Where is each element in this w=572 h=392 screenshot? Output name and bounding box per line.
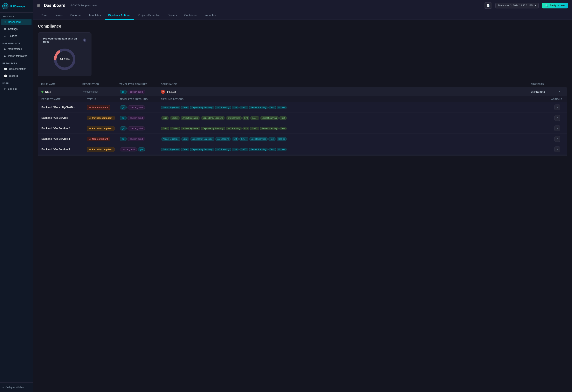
proj-col-templates: Templates matching bbox=[120, 98, 161, 100]
project-actions: ↗ bbox=[551, 125, 564, 131]
template-tag: go bbox=[138, 147, 145, 151]
tab-templates[interactable]: Templates bbox=[85, 11, 104, 20]
tab-risks[interactable]: Risks bbox=[37, 11, 51, 20]
project-name: Backend / Go Service bbox=[41, 117, 87, 119]
status-badge: ⚠ Non-compliant bbox=[87, 105, 110, 110]
project-status: ⚠ Partially compliant bbox=[87, 116, 120, 120]
proj-col-actions: Actions bbox=[551, 98, 564, 100]
action-tag: Build bbox=[181, 106, 189, 109]
tab-platforms[interactable]: Platforms bbox=[66, 11, 85, 20]
page-title: Dashboard bbox=[44, 3, 65, 8]
tab-issues[interactable]: Issues bbox=[51, 11, 66, 20]
action-tag: Docker bbox=[170, 116, 180, 120]
table-row: Backend / Go Service ⚠ Partially complia… bbox=[38, 113, 567, 123]
pipeline-actions: Build Docker Artifact Signature Dependen… bbox=[161, 116, 551, 120]
external-link-button[interactable]: ↗ bbox=[555, 125, 560, 131]
info-icon[interactable]: i bbox=[83, 38, 86, 42]
sidebar-item-discord[interactable]: 💬 Discord bbox=[1, 73, 32, 79]
action-tag: Dependency Scanning bbox=[201, 116, 225, 120]
rule-header-nis2[interactable]: NIS2 No description go docker_build ✕ 14… bbox=[38, 87, 567, 96]
external-link-button[interactable]: ↗ bbox=[555, 147, 560, 152]
action-tag: Test bbox=[279, 116, 287, 120]
tab-secrets[interactable]: Secrets bbox=[164, 11, 181, 20]
sidebar-item-documentation[interactable]: 📖 Documentation bbox=[1, 66, 32, 72]
projects-table-nis2: Project Name Status Templates matching P… bbox=[38, 96, 567, 156]
sidebar-policies-label: Policies bbox=[8, 35, 17, 37]
tab-variables[interactable]: Variables bbox=[201, 11, 219, 20]
tab-containers[interactable]: Containers bbox=[181, 11, 201, 20]
action-tag: Test bbox=[268, 137, 276, 141]
warning-icon: ⚠ bbox=[89, 127, 91, 130]
project-templates: go docker_build bbox=[120, 116, 161, 120]
dashboard-icon: ⊞ bbox=[4, 20, 6, 24]
marketplace-section-label: Marketplace bbox=[0, 40, 33, 45]
template-tag: docker_build bbox=[127, 137, 145, 141]
project-templates: go docker_build bbox=[120, 126, 161, 130]
status-badge: ⚠ Partially compliant bbox=[87, 147, 114, 152]
dashboard-header-icon: ▦ bbox=[37, 3, 41, 8]
policies-icon: 🛡 bbox=[4, 34, 7, 38]
tab-projects-protection[interactable]: Projects Protection bbox=[134, 11, 164, 20]
action-tag: Docker bbox=[277, 148, 287, 151]
sidebar-item-settings[interactable]: ⚙ Settings bbox=[1, 26, 32, 32]
col-projects: Projects bbox=[531, 83, 556, 85]
template-tag: docker_build bbox=[127, 105, 145, 109]
proj-col-status: Status bbox=[87, 98, 120, 100]
action-tag: Artifact Signature bbox=[181, 116, 200, 120]
warning-icon: ⚠ bbox=[89, 117, 91, 119]
action-tag: IaC Scanning bbox=[215, 106, 231, 109]
template-tag: docker_build bbox=[127, 116, 145, 120]
analyze-now-button[interactable]: 🔍 Analyze now bbox=[542, 3, 568, 8]
chevron-up-icon[interactable]: ∧ bbox=[555, 90, 564, 94]
sidebar-bottom: « Collapse sidebar bbox=[0, 382, 33, 392]
header: ▦ Dashboard of CI/CD Supply chains 📄 Dec… bbox=[33, 0, 572, 11]
compliance-pct-nis2: 14.81% bbox=[167, 90, 176, 93]
project-table-headers: Project Name Status Templates matching P… bbox=[38, 96, 567, 102]
sidebar-item-dashboard[interactable]: ⊞ Dashboard bbox=[1, 19, 32, 25]
sidebar-settings-label: Settings bbox=[8, 28, 17, 30]
collapse-sidebar-label: Collapse sidebar bbox=[6, 386, 24, 389]
sidebar-item-policies[interactable]: 🛡 Policies bbox=[1, 33, 32, 39]
table-row: Backend / Bots / PyChatBot ⚠ Non-complia… bbox=[38, 102, 567, 113]
donut-svg: 14.81% bbox=[52, 47, 77, 72]
table-row: Backend / Go Service 4 ⚠ Non-compliant g… bbox=[38, 134, 567, 144]
sidebar-item-import-templates[interactable]: ⬇ Import templates bbox=[1, 53, 32, 59]
template-tag: go bbox=[120, 105, 127, 109]
action-tag: Artifact Signature bbox=[181, 127, 200, 130]
action-tag: Build bbox=[161, 116, 169, 120]
tab-pipelines-actions[interactable]: Pipelines Actions bbox=[105, 11, 134, 20]
settings-icon: ⚙ bbox=[4, 27, 6, 31]
logo-icon: R2 bbox=[2, 3, 9, 9]
compliance-card-title: Projects compliant with all rules i bbox=[43, 37, 86, 43]
section-title: Compliance bbox=[38, 24, 567, 29]
collapse-sidebar-button[interactable]: « Collapse sidebar bbox=[0, 384, 33, 390]
template-tag: go bbox=[120, 116, 127, 120]
sidebar-item-marketplace[interactable]: ◈ Marketplace bbox=[1, 46, 32, 52]
analyze-now-label: Analyze now bbox=[550, 4, 565, 7]
pipeline-actions: Build Docker Artifact Signature Dependen… bbox=[161, 127, 551, 130]
external-link-button[interactable]: ↗ bbox=[555, 136, 560, 142]
col-rule-name: Rule name bbox=[41, 83, 82, 85]
project-status: ⚠ Partially compliant bbox=[87, 147, 120, 152]
project-name: Backend / Bots / PyChatBot bbox=[41, 106, 87, 109]
sidebar-item-logout[interactable]: ↩ Log out bbox=[1, 86, 32, 92]
date-label: December 3, 2024 13:25:01 PM bbox=[498, 4, 533, 7]
rule-templates-nis2: go docker_build bbox=[120, 90, 161, 94]
template-tag: docker_build bbox=[127, 126, 145, 130]
marketplace-icon: ◈ bbox=[4, 47, 6, 51]
pipeline-actions: Artifact Signature Build Dependency Scan… bbox=[161, 106, 551, 109]
external-link-button[interactable]: ↗ bbox=[555, 105, 560, 110]
analysis-section-label: Analysis bbox=[0, 13, 33, 18]
doc-button[interactable]: 📄 bbox=[484, 2, 492, 9]
action-tag: Dependency Scanning bbox=[201, 127, 225, 130]
action-tag: Lint bbox=[242, 116, 249, 120]
main-content: ▦ Dashboard of CI/CD Supply chains 📄 Dec… bbox=[33, 0, 572, 392]
action-tag: SAST bbox=[239, 137, 248, 141]
action-tag: Lint bbox=[232, 137, 239, 141]
proj-col-name: Project Name bbox=[41, 98, 87, 100]
date-picker-button[interactable]: December 3, 2024 13:25:01 PM ▾ bbox=[495, 3, 539, 8]
col-templates-required: Templates required bbox=[119, 83, 161, 85]
external-link-button[interactable]: ↗ bbox=[555, 115, 560, 121]
action-tag: Build bbox=[181, 137, 189, 141]
docs-icon: 📖 bbox=[4, 67, 7, 71]
